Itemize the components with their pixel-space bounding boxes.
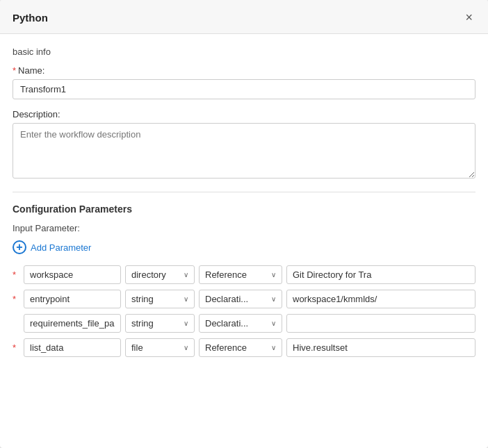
param-type-select[interactable]: directory∨ bbox=[125, 265, 195, 284]
table-row: *file∨Reference∨ bbox=[13, 338, 475, 357]
params-container: *directory∨Reference∨*string∨Declarati..… bbox=[13, 265, 475, 357]
table-row: *directory∨Reference∨ bbox=[13, 265, 475, 284]
chevron-down-icon: ∨ bbox=[271, 271, 276, 279]
add-icon: + bbox=[13, 240, 26, 254]
param-type-select[interactable]: string∨ bbox=[125, 314, 195, 333]
add-param-label: Add Parameter bbox=[31, 242, 91, 253]
param-type-text: file bbox=[131, 342, 143, 353]
chevron-down-icon: ∨ bbox=[184, 295, 188, 303]
param-ref-select[interactable]: Declarati...∨ bbox=[199, 314, 282, 333]
chevron-down-icon: ∨ bbox=[184, 271, 188, 279]
input-param-label: Input Parameter: bbox=[13, 223, 475, 233]
chevron-down-icon: ∨ bbox=[271, 295, 276, 303]
param-type-select[interactable]: string∨ bbox=[125, 290, 195, 308]
add-parameter-button[interactable]: + Add Parameter bbox=[13, 239, 91, 256]
param-ref-select[interactable]: Reference∨ bbox=[199, 338, 282, 357]
description-label: Description: bbox=[13, 109, 475, 119]
param-name-input[interactable] bbox=[24, 338, 121, 357]
name-label: * Name: bbox=[13, 65, 475, 76]
param-ref-text: Reference bbox=[205, 342, 247, 353]
param-value-input[interactable] bbox=[286, 290, 475, 308]
param-name-input[interactable] bbox=[24, 314, 121, 333]
section-divider bbox=[13, 192, 475, 192]
param-ref-select[interactable]: Declarati...∨ bbox=[199, 290, 282, 308]
param-type-text: directory bbox=[131, 269, 166, 280]
chevron-down-icon: ∨ bbox=[271, 344, 276, 351]
param-ref-text: Declarati... bbox=[205, 294, 248, 304]
name-required-star: * bbox=[13, 65, 16, 76]
param-type-text: string bbox=[131, 318, 154, 329]
param-type-text: string bbox=[131, 294, 154, 304]
python-dialog: Python × basic info * Name: Description:… bbox=[0, 0, 488, 448]
param-value-input[interactable] bbox=[286, 338, 475, 357]
chevron-down-icon: ∨ bbox=[184, 344, 188, 351]
param-value-input[interactable] bbox=[286, 265, 475, 284]
required-star: * bbox=[13, 294, 19, 304]
dialog-title: Python bbox=[13, 12, 48, 24]
description-label-text: Description: bbox=[13, 109, 60, 119]
param-type-select[interactable]: file∨ bbox=[125, 338, 195, 357]
param-ref-text: Reference bbox=[205, 269, 247, 280]
chevron-down-icon: ∨ bbox=[271, 320, 276, 327]
dialog-header: Python × bbox=[0, 0, 488, 34]
close-button[interactable]: × bbox=[462, 10, 475, 25]
param-value-input[interactable] bbox=[286, 314, 475, 333]
description-textarea[interactable] bbox=[13, 123, 475, 179]
name-input[interactable] bbox=[13, 79, 475, 99]
description-field-group: Description: bbox=[13, 109, 475, 181]
name-field-group: * Name: bbox=[13, 65, 475, 99]
param-ref-select[interactable]: Reference∨ bbox=[199, 265, 282, 284]
param-name-input[interactable] bbox=[24, 290, 121, 308]
required-star: * bbox=[13, 269, 19, 280]
config-section-label: Configuration Parameters bbox=[13, 204, 475, 215]
name-label-text: Name: bbox=[18, 65, 44, 76]
table-row: string∨Declarati...∨ bbox=[13, 314, 475, 333]
dialog-body: basic info * Name: Description: Configur… bbox=[0, 34, 488, 448]
param-ref-text: Declarati... bbox=[205, 318, 248, 329]
basic-info-label: basic info bbox=[13, 47, 475, 57]
required-star: * bbox=[13, 342, 19, 353]
table-row: *string∨Declarati...∨ bbox=[13, 290, 475, 308]
chevron-down-icon: ∨ bbox=[184, 320, 188, 327]
param-name-input[interactable] bbox=[24, 265, 121, 284]
